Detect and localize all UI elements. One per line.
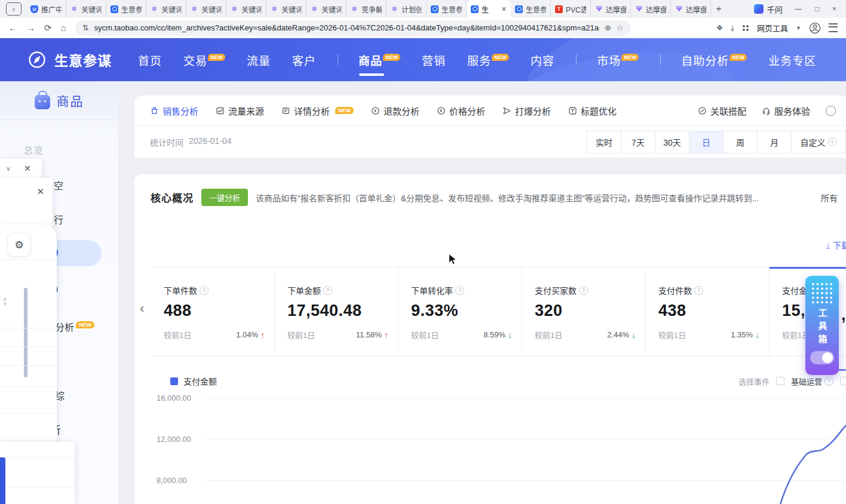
tab-refund-analysis[interactable]: ¥ 退款分析 [371, 105, 419, 117]
browser-tab[interactable]: 生意参 [106, 0, 146, 18]
browser-tab[interactable]: 关键词 [306, 0, 347, 18]
date-option-realtime[interactable]: 实时 [587, 131, 621, 153]
nav-item-trade[interactable]: 交易NEW [183, 52, 217, 68]
nav-item-self-analysis[interactable]: 自助分析NEW [681, 52, 738, 68]
maximize-button[interactable]: □ [815, 5, 819, 13]
legend-label[interactable]: 支付金额 [183, 375, 217, 387]
nav-item-business-zone[interactable]: 业务专区 [768, 52, 816, 68]
sort-chevrons-icon[interactable]: ∧∨ [3, 297, 7, 306]
apps-grid-icon[interactable] [742, 24, 749, 32]
metric-order-amount[interactable]: 下单金额 17,540.48 较前1日 11.58%↑ [275, 268, 399, 356]
date-option-custom[interactable]: 自定义 [792, 131, 845, 153]
cards-scroll-left-icon[interactable]: ‹ [140, 301, 144, 316]
nav-item-marketing[interactable]: 营销 [422, 52, 446, 68]
zoom-icon[interactable]: ⊕ [605, 23, 611, 32]
chevron-down-icon[interactable]: ∨ [6, 165, 11, 173]
browser-tab[interactable]: 竞争解 [347, 0, 387, 18]
minimize-button[interactable]: — [795, 5, 802, 13]
browser-tab[interactable]: 关键词 [266, 0, 306, 18]
tab-detail-analysis[interactable]: 详情分析NEW [281, 105, 354, 117]
reload-icon[interactable]: ⟳ [44, 23, 52, 33]
address-bar[interactable]: ⇅ sycm.taobao.com/cc/item_archives?activ… [75, 20, 631, 36]
date-option-day[interactable]: 日 [689, 131, 724, 153]
date-option-week[interactable]: 周 [724, 131, 758, 153]
browser-tab[interactable]: 生意参 [427, 0, 467, 18]
chevron-down-icon[interactable]: ▼ [796, 25, 801, 31]
toolbox-widget[interactable]: 工具箱 [805, 276, 839, 375]
home-icon[interactable]: ⌂ [61, 23, 66, 33]
browser-tab[interactable]: 关键词 [66, 0, 106, 18]
event-option-basic-ops[interactable]: 基础运营 [791, 376, 833, 387]
date-option-30d[interactable]: 30天 [655, 131, 689, 153]
sidebar-item-fragment[interactable]: 分析NEW [55, 319, 94, 334]
close-icon[interactable]: ✕ [24, 164, 31, 173]
scrollbar[interactable] [24, 288, 27, 377]
link-related-match[interactable]: 关联搭配 [698, 105, 746, 117]
toolbox-toggle[interactable] [810, 351, 834, 364]
browser-tab-active[interactable]: 生✕ [467, 0, 511, 18]
close-window-button[interactable]: × [832, 5, 836, 13]
close-icon[interactable]: ✕ [36, 186, 44, 197]
browser-tab[interactable]: 达摩盘 [631, 0, 671, 18]
metric-pay-items[interactable]: 支付件数 438 较前1日 1.35%↓ [646, 268, 770, 356]
download-link[interactable]: ↓下载 [826, 239, 846, 251]
core-overview-card: 核心概况 一键分析 该商品如有“报名新客折扣（首单礼金）&分期免息、发布短视频、… [134, 174, 846, 504]
nav-item-content[interactable]: 内容 [531, 52, 554, 68]
gear-icon[interactable]: ⚙ [7, 233, 31, 257]
qr-dots-icon [811, 282, 833, 305]
browser-tab[interactable]: 计划创 [387, 0, 427, 18]
new-badge: NEW [335, 107, 354, 114]
date-option-month[interactable]: 月 [758, 131, 792, 153]
refund-icon: ¥ [371, 106, 380, 115]
help-icon [579, 286, 588, 295]
avatar[interactable] [809, 22, 821, 34]
browser-tab[interactable]: 生意参 [511, 0, 551, 18]
sidebar-item-fragment[interactable]: 空 [54, 178, 63, 192]
tab-search-icon[interactable]: ⌕ [6, 2, 22, 16]
browser-tab[interactable]: 推广中 [26, 0, 66, 18]
browser-tab[interactable]: 达摩盘 [671, 0, 711, 18]
date-option-7d[interactable]: 7天 [621, 131, 655, 153]
metric-order-items[interactable]: 下单件数 488 较前1日 1.04%↑ [151, 268, 275, 356]
browser-tab[interactable]: 达摩盘 [591, 0, 631, 18]
web-tools-label[interactable]: 网页工具 [757, 22, 788, 33]
nav-item-market[interactable]: 市场NEW [597, 52, 630, 68]
clipped-icon[interactable] [826, 106, 836, 116]
nav-item-home[interactable]: 首页 [138, 52, 162, 68]
tab-explode-analysis[interactable]: 打爆分析 [502, 105, 551, 117]
tab-close-icon[interactable]: ✕ [501, 5, 507, 13]
browser-tab[interactable]: 关键词 [186, 0, 226, 18]
nav-item-customer[interactable]: 客户 [292, 52, 316, 68]
event-checkbox[interactable] [776, 377, 784, 385]
brand-title[interactable]: 生意参谋 [54, 50, 112, 70]
metric-order-conversion[interactable]: 下单转化率 9.33% 较前1日 8.59%↓ [399, 268, 522, 356]
link-service-experience[interactable]: 服务体验 [762, 105, 810, 117]
assistant-button[interactable]: 千问 [754, 4, 783, 15]
browser-tab[interactable]: 关键词 [146, 0, 186, 18]
new-tab-button[interactable]: + [711, 2, 727, 16]
price-icon: ¥ [437, 106, 446, 115]
site-settings-icon[interactable]: ⇅ [82, 23, 89, 32]
tab-traffic-source[interactable]: 流量来源 [216, 105, 264, 117]
nav-item-service[interactable]: 服务NEW [467, 52, 501, 68]
sidebar-item-fragment[interactable]: 行 [54, 212, 63, 226]
tab-title-optimize[interactable]: 标题优化 [568, 105, 617, 117]
back-icon[interactable]: ← [8, 23, 17, 33]
tab-price-analysis[interactable]: ¥ 价格分析 [437, 105, 485, 117]
tab-sales-analysis[interactable]: 销售分析 [150, 105, 198, 117]
menu-icon[interactable] [829, 23, 838, 32]
forward-icon[interactable]: → [26, 23, 35, 33]
extension-icon[interactable]: ❖ [716, 23, 724, 32]
one-click-analyze-button[interactable]: 一键分析 [201, 189, 248, 206]
overview-right-text[interactable]: 所有 [821, 192, 838, 204]
nav-item-traffic[interactable]: 流量 [247, 52, 271, 68]
sidebar-item-overview[interactable]: 总览 [24, 143, 44, 156]
url-text[interactable]: sycm.taobao.com/cc/item_archives?activeK… [94, 23, 600, 32]
download-icon[interactable]: ⤓ [731, 23, 734, 33]
browser-tab[interactable]: 关键词 [226, 0, 266, 18]
nav-item-product[interactable]: 商品NEW [358, 52, 392, 68]
metric-pay-buyers[interactable]: 支付买家数 320 较前1日 2.44%↓ [522, 268, 646, 356]
event-checkbox[interactable] [840, 377, 846, 385]
bookmark-star-icon[interactable]: ☆ [617, 23, 624, 32]
browser-tab[interactable]: PVC透 [551, 0, 591, 18]
